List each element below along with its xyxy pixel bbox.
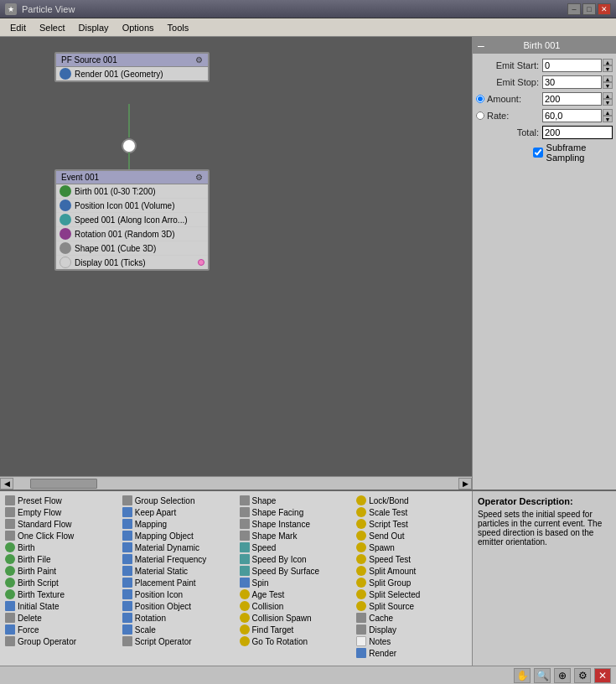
op-speed-by-icon[interactable]: Speed By Icon <box>238 553 352 565</box>
emit-start-down-button[interactable]: ▼ <box>603 65 613 72</box>
op-birth-paint[interactable]: Birth Paint <box>3 565 117 577</box>
op-position-icon[interactable]: Position Icon <box>121 588 235 600</box>
event-node-gear-icon[interactable]: ⚙ <box>195 173 203 182</box>
op-birth[interactable]: Birth <box>3 542 117 553</box>
status-pan-icon[interactable]: ✋ <box>514 668 531 683</box>
amount-up-button[interactable]: ▲ <box>603 92 613 99</box>
op-speed-test[interactable]: Speed Test <box>355 553 468 565</box>
close-button[interactable]: ✕ <box>598 3 611 15</box>
op-placement-paint[interactable]: Placement Paint <box>121 577 235 588</box>
menu-select[interactable]: Select <box>33 21 72 34</box>
rate-radio[interactable] <box>476 111 484 120</box>
op-delete[interactable]: Delete <box>3 612 117 624</box>
panel-minus-icon[interactable]: – <box>478 39 484 52</box>
menu-display[interactable]: Display <box>72 21 116 34</box>
op-display[interactable]: Display <box>355 624 468 635</box>
op-force[interactable]: Force <box>3 624 117 635</box>
status-zoom-extent-icon[interactable]: ⊕ <box>554 668 571 683</box>
event-node-row-4[interactable]: Shape 001 (Cube 3D) <box>56 241 208 256</box>
op-shape[interactable]: Shape <box>238 495 352 506</box>
status-close-icon[interactable]: ✕ <box>594 668 611 683</box>
source-node-gear-icon[interactable]: ⚙ <box>195 55 203 65</box>
op-keep-apart[interactable]: Keep Apart <box>121 506 235 518</box>
op-collision-spawn[interactable]: Collision Spawn <box>238 612 352 624</box>
op-script-test[interactable]: Script Test <box>355 518 468 530</box>
rate-down-button[interactable]: ▼ <box>603 116 613 122</box>
source-node[interactable]: PF Source 001 ⚙ Render 001 (Geometry) <box>54 52 210 82</box>
op-lock-bond[interactable]: Lock/Bond <box>355 495 468 506</box>
op-rotation[interactable]: Rotation <box>121 612 235 624</box>
op-spawn[interactable]: Spawn <box>355 542 468 553</box>
op-group-operator[interactable]: Group Operator <box>3 635 117 647</box>
emit-stop-input[interactable] <box>542 75 602 89</box>
op-scale[interactable]: Scale <box>121 624 235 635</box>
emit-start-input[interactable] <box>542 59 602 72</box>
event-node-row-5[interactable]: Display 001 (Ticks) <box>56 256 208 269</box>
op-split-amount[interactable]: Split Amount <box>355 565 468 577</box>
op-icon-send-out <box>356 531 366 541</box>
op-group-selection[interactable]: Group Selection <box>121 495 235 506</box>
op-spin[interactable]: Spin <box>238 577 352 588</box>
op-split-selected[interactable]: Split Selected <box>355 588 468 600</box>
amount-down-button[interactable]: ▼ <box>603 99 613 106</box>
subframe-checkbox[interactable] <box>533 148 543 158</box>
op-material-frequency[interactable]: Material Frequency <box>121 553 235 565</box>
op-material-static[interactable]: Material Static <box>121 565 235 577</box>
menu-edit[interactable]: Edit <box>3 21 33 34</box>
op-speed-by-surface[interactable]: Speed By Surface <box>238 565 352 577</box>
op-find-target[interactable]: Find Target <box>238 624 352 635</box>
status-settings-icon[interactable]: ⚙ <box>574 668 591 683</box>
op-split-group[interactable]: Split Group <box>355 577 468 588</box>
op-birth-texture[interactable]: Birth Texture <box>3 588 117 600</box>
op-script-operator[interactable]: Script Operator <box>121 635 235 647</box>
op-mapping-object[interactable]: Mapping Object <box>121 530 235 542</box>
op-empty-flow[interactable]: Empty Flow <box>3 506 117 518</box>
op-cache[interactable]: Cache <box>355 612 468 624</box>
op-age-test[interactable]: Age Test <box>238 588 352 600</box>
scroll-right-button[interactable]: ▶ <box>458 478 472 490</box>
op-send-out[interactable]: Send Out <box>355 530 468 542</box>
op-split-source[interactable]: Split Source <box>355 600 468 612</box>
op-birth-script[interactable]: Birth Script <box>3 577 117 588</box>
horizontal-scrollbar[interactable]: ◀ ▶ <box>0 476 472 490</box>
menu-tools[interactable]: Tools <box>161 21 196 34</box>
op-preset-flow[interactable]: Preset Flow <box>3 495 117 506</box>
rate-input[interactable] <box>542 109 602 122</box>
op-shape-facing[interactable]: Shape Facing <box>238 506 352 518</box>
event-node-row-1[interactable]: Position Icon 001 (Volume) <box>56 199 208 213</box>
op-notes[interactable]: Notes <box>355 635 468 647</box>
total-input[interactable] <box>542 126 613 139</box>
minimize-button[interactable]: – <box>567 3 581 15</box>
status-zoom-icon[interactable]: 🔍 <box>534 668 551 683</box>
op-standard-flow[interactable]: Standard Flow <box>3 518 117 530</box>
amount-radio[interactable] <box>476 95 484 103</box>
emit-stop-up-button[interactable]: ▲ <box>603 75 613 82</box>
amount-input[interactable] <box>542 92 602 106</box>
scroll-left-button[interactable]: ◀ <box>0 478 13 490</box>
menu-options[interactable]: Options <box>116 21 161 34</box>
op-collision[interactable]: Collision <box>238 600 352 612</box>
event-node-row-0[interactable]: Birth 001 (0-30 T:200) <box>56 184 208 199</box>
op-shape-mark[interactable]: Shape Mark <box>238 530 352 542</box>
op-speed[interactable]: Speed <box>238 542 352 553</box>
op-scale-test[interactable]: Scale Test <box>355 506 468 518</box>
op-position-object[interactable]: Position Object <box>121 600 235 612</box>
source-node-row-0[interactable]: Render 001 (Geometry) <box>56 67 208 80</box>
op-render[interactable]: Render <box>355 647 468 659</box>
op-go-to-rotation[interactable]: Go To Rotation <box>238 635 352 647</box>
op-initial-state[interactable]: Initial State <box>3 600 117 612</box>
scroll-thumb[interactable] <box>30 479 97 489</box>
event-node[interactable]: Event 001 ⚙ Birth 001 (0-30 T:200) Posit… <box>54 169 210 271</box>
op-one-click-flow[interactable]: One Click Flow <box>3 530 117 542</box>
op-shape-instance[interactable]: Shape Instance <box>238 518 352 530</box>
op-mapping[interactable]: Mapping <box>121 518 235 530</box>
emit-stop-down-button[interactable]: ▼ <box>603 82 613 89</box>
event-node-row-2[interactable]: Speed 001 (Along Icon Arro...) <box>56 213 208 227</box>
event-node-row-3[interactable]: Rotation 001 (Random 3D) <box>56 227 208 241</box>
rate-up-button[interactable]: ▲ <box>603 109 613 116</box>
op-birth-file[interactable]: Birth File <box>3 553 117 565</box>
emit-start-up-button[interactable]: ▲ <box>603 59 613 65</box>
op-col-1: Preset Flow Empty Flow Standard Flow One… <box>3 495 117 659</box>
maximize-button[interactable]: □ <box>582 3 596 15</box>
op-material-dynamic[interactable]: Material Dynamic <box>121 542 235 553</box>
